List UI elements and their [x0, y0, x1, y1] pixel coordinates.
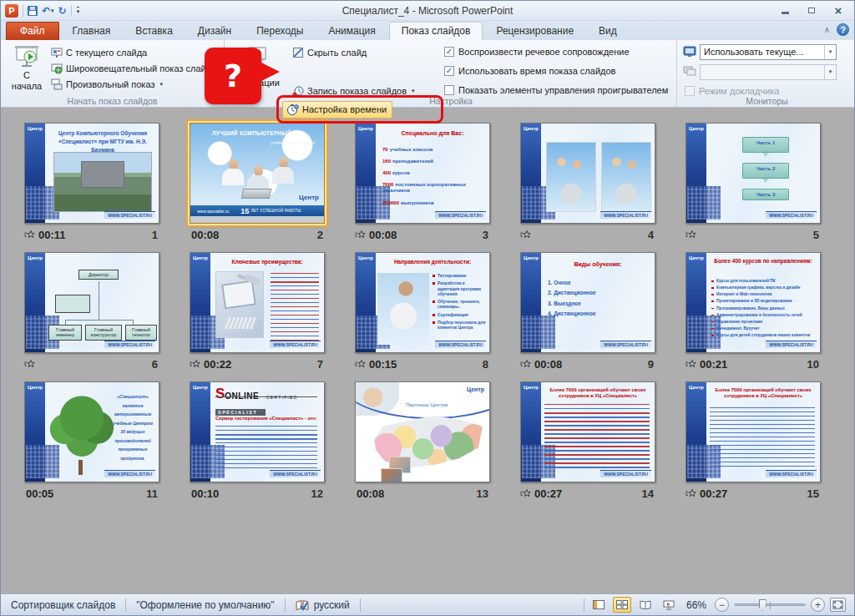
tab-animations[interactable]: Анимация — [316, 23, 387, 40]
slide-number: 5 — [813, 229, 819, 241]
bullet-list: ТестированиеРазработка и адаптация прогр… — [433, 273, 486, 332]
resolution-select[interactable]: ▾ — [700, 64, 837, 80]
hide-slide-icon — [292, 47, 304, 58]
fit-to-window-button[interactable] — [830, 598, 846, 612]
use-timings-checkbox[interactable]: ✓ Использовать время показа слайдов — [444, 66, 615, 76]
list-item: Курсы для детей сотрудников наших клиент… — [711, 332, 817, 339]
zoom-percentage[interactable]: 66% — [686, 599, 706, 611]
normal-view-button[interactable] — [589, 597, 608, 613]
from-beginning-button[interactable]: С начала — [8, 45, 46, 92]
slide-thumbnail-15[interactable]: Центр Более 7000 организаций обучают сво… — [686, 381, 821, 482]
slide-meta: 00:08 9 — [520, 357, 657, 371]
slide-sorter-view-button[interactable] — [613, 597, 631, 613]
animation-star-icon — [686, 359, 696, 370]
slide-cell-6: Центр Директор Главный инженер Главный к… — [24, 252, 161, 373]
slide-side-band — [356, 253, 376, 352]
center-logo: Центр — [28, 255, 43, 260]
slide-number: 2 — [317, 229, 323, 241]
restore-button[interactable] — [802, 3, 821, 18]
spellcheck-segment[interactable]: русский — [286, 594, 360, 615]
monitor-select[interactable]: Использовать текуще... ▾ — [700, 44, 837, 60]
slide-thumbnail-8[interactable]: Центр Направления деятельности: Тестиров… — [355, 252, 490, 353]
presenter-view-checkbox[interactable]: Режим докладчика — [685, 86, 779, 96]
website-url: WWW.SPECIALIST.RU — [104, 211, 155, 219]
rehearse-timings-button[interactable]: Настройка времени — [282, 101, 392, 119]
tree-illustration — [47, 391, 117, 471]
slide-thumbnail-7[interactable]: Центр Ключевые преимущества: WWW.SPECIAL… — [190, 252, 325, 353]
tab-view[interactable]: Вид — [587, 23, 629, 40]
zoom-out-button[interactable]: − — [715, 598, 729, 612]
zoom-in-button[interactable]: + — [811, 598, 825, 612]
slide-title: Направления деятельности: — [379, 259, 486, 265]
slide-thumbnail-12[interactable]: Центр S ONLINE CERTIFIED SPECIALIST Серв… — [190, 381, 325, 482]
website-url: WWW.SPECIALIST.RU — [766, 211, 817, 219]
slide-thumbnail-6[interactable]: Центр Директор Главный инженер Главный к… — [24, 252, 159, 353]
from-current-slide-button[interactable]: С текущего слайда — [51, 45, 147, 60]
tab-review[interactable]: Рецензирование — [484, 23, 585, 40]
slide-thumbnail-2-selected[interactable]: ЛУЧШИЙ КОМПЬЮТЕРНЫЙ учебный центр России… — [190, 123, 325, 224]
tab-slideshow[interactable]: Показ слайдов — [389, 22, 483, 40]
bottom-strip — [190, 216, 324, 223]
center-logo: Центр — [358, 255, 373, 260]
show-media-controls-checkbox[interactable]: Показать элементы управления проигрывате… — [444, 85, 668, 95]
hide-slide-button[interactable]: Скрыть слайд — [292, 45, 367, 60]
question-callout: ? — [205, 48, 261, 104]
list-item: Программирование, Базы данных — [711, 305, 817, 312]
slide-thumbnail-4[interactable]: Центр WWW.SPECIALIST.RU — [520, 123, 655, 224]
tab-design[interactable]: Дизайн — [186, 23, 243, 40]
zoom-slider-thumb[interactable] — [759, 599, 766, 611]
slide-meta: 00:27 15 — [686, 487, 822, 500]
close-button[interactable]: × — [829, 3, 847, 18]
slide-cell-2: ЛУЧШИЙ КОМПЬЮТЕРНЫЙ учебный центр России… — [190, 123, 326, 244]
list-item: Часть 1 — [742, 137, 789, 153]
slide-thumbnail-1[interactable]: Центр Центр Компьютерного Обучения «Спец… — [24, 123, 159, 224]
website-url: WWW.SPECIALIST.RU — [600, 470, 651, 477]
slide-side-band — [521, 253, 541, 352]
website-url: WWW.SPECIALIST.RU — [600, 341, 651, 348]
broadcast-slideshow-icon — [51, 63, 63, 74]
tab-transitions[interactable]: Переходы — [245, 23, 315, 40]
slide-thumbnail-9[interactable]: Центр Виды обучения: 1. Очное2. Дистанци… — [520, 252, 655, 353]
slide-title: Сервер тестирования «Специалист» - это: — [215, 416, 319, 422]
slideshow-view-button[interactable] — [660, 597, 678, 613]
slide-thumbnail-10[interactable]: Центр Более 400 курсов по направлениям: … — [686, 252, 821, 353]
theme-segment[interactable]: "Оформление по умолчанию" — [126, 594, 284, 615]
website-url: WWW.SPECIALIST.RU — [104, 470, 155, 477]
slide-side-band — [521, 124, 541, 223]
slide-title: Более 7000 организаций обучают своих сот… — [544, 387, 651, 399]
slide-side-band — [25, 382, 45, 482]
tab-insert[interactable]: Вставка — [124, 23, 185, 40]
zoom-slider[interactable] — [734, 603, 806, 606]
website-url: WWW.SPECIALIST.RU — [766, 470, 817, 477]
title-bar: P ↶▾ ↻ ▾ Специалист_4 - Microsoft PowerP… — [1, 1, 854, 21]
chevron-down-icon: ▾ — [412, 88, 415, 94]
center-logo: Центр — [193, 385, 208, 390]
slide-thumbnail-3[interactable]: Центр Специально для Вас: 70учебных клас… — [355, 123, 490, 224]
collapse-ribbon-icon[interactable]: ∧ — [824, 25, 830, 34]
center-logo: Центр — [524, 385, 539, 390]
slide-meta: 00:08 2 — [190, 228, 326, 241]
slide-thumbnail-11[interactable]: Центр «Специалист» является авторизованн… — [24, 381, 159, 482]
play-narrations-checkbox[interactable]: ✓ Воспроизвести речевое сопровождение — [444, 47, 630, 57]
minimize-button[interactable] — [776, 3, 794, 18]
help-icon[interactable]: ? — [837, 23, 849, 36]
slide-time: 00:22 — [204, 358, 231, 371]
header-rule — [215, 396, 317, 397]
play-narrations-label: Воспроизвести речевое сопровождение — [458, 47, 630, 57]
person-photo — [272, 167, 294, 184]
reading-view-button[interactable] — [636, 597, 655, 613]
reading-view-icon — [640, 600, 651, 609]
slide-thumbnail-13[interactable]: Центр Партнеры Центра — [355, 381, 490, 482]
group-start-slideshow: С начала С текущего слайда Широковещател… — [1, 40, 225, 107]
view-name-segment[interactable]: Сортировщик слайдов — [1, 594, 125, 615]
slide-thumbnail-5[interactable]: Центр Часть 1Часть 2Часть 3 WWW.SPECIALI… — [686, 123, 821, 224]
slide-title: Центр Компьютерного Обучения «Специалист… — [50, 129, 155, 154]
tab-home[interactable]: Главная — [61, 23, 123, 40]
highlight-box: Настройка времени — [276, 95, 443, 124]
slide-thumbnail-14[interactable]: Центр Более 7000 организаций обучают сво… — [520, 381, 655, 482]
broadcast-slideshow-button[interactable]: Широковещательный показ слайд — [51, 61, 211, 76]
monitor-icon — [683, 46, 696, 58]
tab-file[interactable]: Файл — [6, 22, 59, 40]
custom-slideshow-button[interactable]: Произвольный показ ▾ — [51, 77, 163, 92]
from-current-slide-label: С текущего слайда — [66, 48, 147, 58]
